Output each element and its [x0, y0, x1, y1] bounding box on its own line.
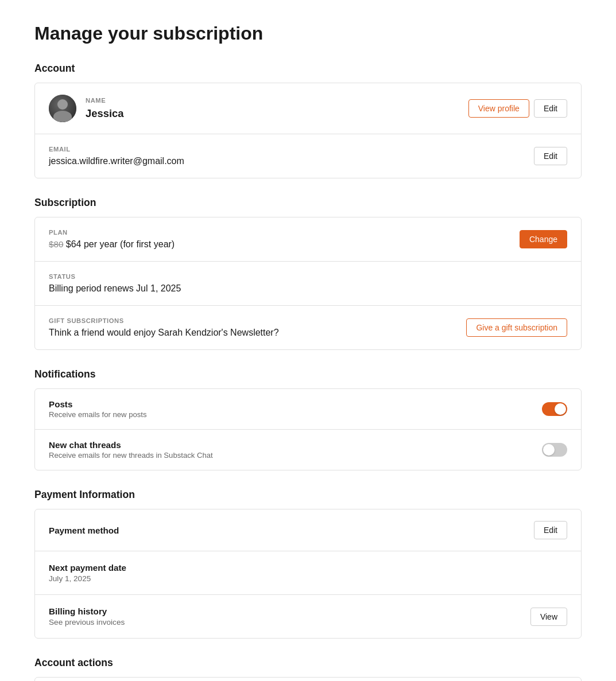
chat-notification-row: New chat threads Receive emails for new … [35, 430, 581, 470]
next-payment-value: July 1, 2025 [49, 574, 126, 583]
plan-field-group: PLAN $80 $64 per year (for first year) [49, 229, 175, 250]
account-actions-card: To cancel your paid subscription, click … [34, 677, 582, 681]
subscription-status-row: STATUS Billing period renews Jul 1, 2025 [35, 262, 581, 306]
next-payment-info: Next payment date July 1, 2025 [49, 563, 126, 583]
notifications-section-title: Notifications [34, 368, 582, 380]
billing-history-info: Billing history See previous invoices [49, 606, 125, 626]
give-gift-subscription-button[interactable]: Give a gift subscription [466, 318, 567, 337]
status-value: Billing period renews Jul 1, 2025 [49, 283, 181, 294]
chat-notification-info: New chat threads Receive emails for new … [49, 440, 213, 460]
gift-field-group: GIFT SUBSCRIPTIONS Think a friend would … [49, 317, 279, 338]
plan-price: $80 $64 per year (for first year) [49, 239, 175, 250]
payment-section-title: Payment Information [34, 489, 582, 501]
status-label: STATUS [49, 273, 181, 280]
edit-name-button[interactable]: Edit [534, 99, 567, 118]
status-field-group: STATUS Billing period renews Jul 1, 2025 [49, 273, 181, 294]
subscription-plan-row: PLAN $80 $64 per year (for first year) C… [35, 217, 581, 262]
billing-history-sub: See previous invoices [49, 618, 125, 626]
payment-method-info: Payment method [49, 526, 119, 535]
account-actions-section-title: Account actions [34, 657, 582, 669]
plan-label: PLAN [49, 229, 175, 236]
billing-history-row: Billing history See previous invoices Vi… [35, 595, 581, 638]
posts-notification-sublabel: Receive emails for new posts [49, 410, 147, 419]
email-field-group: EMAIL jessica.wildfire.writer@gmail.com [49, 146, 184, 166]
posts-toggle-knob [555, 403, 566, 415]
notifications-card: Posts Receive emails for new posts New c… [34, 388, 582, 470]
change-plan-button[interactable]: Change [520, 230, 567, 248]
payment-method-label: Payment method [49, 526, 119, 535]
name-field-group: NAME Jessica [86, 97, 123, 120]
next-payment-label: Next payment date [49, 563, 126, 573]
gift-subscription-row: GIFT SUBSCRIPTIONS Think a friend would … [35, 306, 581, 349]
account-card: NAME Jessica View profile Edit EMAIL jes… [34, 83, 582, 178]
chat-toggle-knob [543, 444, 555, 456]
payment-method-row: Payment method Edit [35, 509, 581, 551]
gift-label: GIFT SUBSCRIPTIONS [49, 317, 279, 324]
gift-row-actions: Give a gift subscription [466, 318, 567, 337]
posts-notification-toggle[interactable] [542, 402, 567, 416]
gift-text: Think a friend would enjoy Sarah Kendzio… [49, 328, 279, 338]
billing-history-label: Billing history [49, 606, 125, 616]
subscription-section-title: Subscription [34, 197, 582, 209]
posts-notification-row: Posts Receive emails for new posts [35, 389, 581, 430]
posts-notification-label: Posts [49, 399, 147, 409]
plan-original-price: $80 [49, 239, 63, 249]
name-label: NAME [86, 97, 123, 104]
chat-notification-label: New chat threads [49, 440, 213, 450]
payment-card: Payment method Edit Next payment date Ju… [34, 509, 582, 639]
email-row-actions: Edit [534, 147, 567, 165]
plan-row-actions: Change [520, 230, 567, 248]
avatar-name-group: NAME Jessica [49, 95, 123, 122]
edit-email-button[interactable]: Edit [534, 147, 567, 165]
name-value: Jessica [86, 107, 123, 120]
email-label: EMAIL [49, 146, 184, 153]
page-title: Manage your subscription [34, 23, 582, 44]
avatar [49, 95, 76, 122]
billing-history-view-button[interactable]: View [530, 608, 567, 626]
account-section-title: Account [34, 63, 582, 75]
plan-discounted-price-text: $64 per year (for first year) [66, 239, 175, 249]
view-profile-button[interactable]: View profile [468, 99, 529, 118]
posts-notification-info: Posts Receive emails for new posts [49, 399, 147, 419]
email-value: jessica.wildfire.writer@gmail.com [49, 156, 184, 166]
account-name-row: NAME Jessica View profile Edit [35, 83, 581, 134]
name-row-actions: View profile Edit [468, 99, 567, 118]
chat-notification-toggle[interactable] [542, 443, 567, 457]
avatar-image [49, 95, 76, 122]
chat-notification-sublabel: Receive emails for new threads in Substa… [49, 451, 213, 460]
next-payment-row: Next payment date July 1, 2025 [35, 551, 581, 595]
subscription-card: PLAN $80 $64 per year (for first year) C… [34, 217, 582, 350]
payment-method-edit-button[interactable]: Edit [534, 521, 567, 539]
account-email-row: EMAIL jessica.wildfire.writer@gmail.com … [35, 134, 581, 178]
